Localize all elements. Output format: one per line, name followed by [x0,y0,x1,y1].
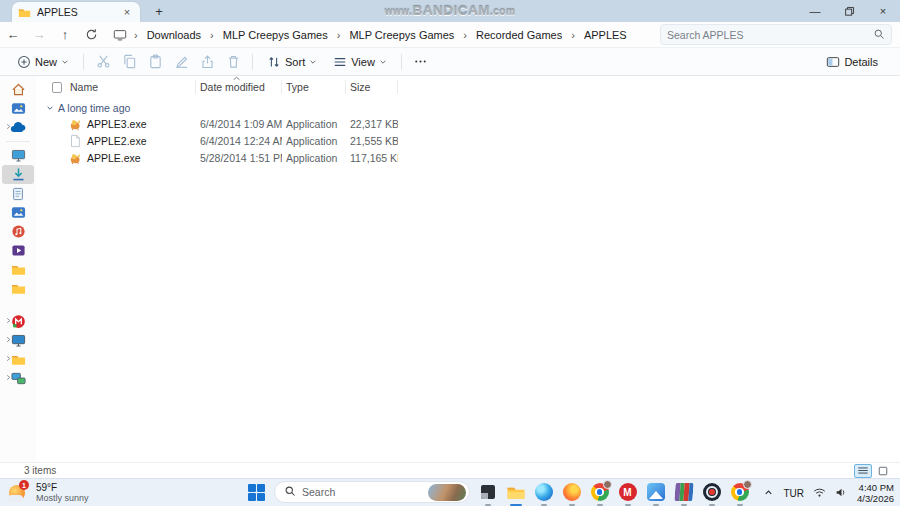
table-row[interactable]: APPLE3.exe 6/4/2014 1:09 AM Application … [44,115,900,132]
bandicam-watermark: www.BANDICAM.com [385,1,516,19]
chevron-down-icon [61,58,69,66]
sidebar-item-desktop[interactable] [2,146,34,165]
details-view-toggle[interactable] [854,464,872,478]
sidebar-item-folder-2[interactable] [2,279,34,298]
taskbar-search-label: Search [302,486,422,498]
file-explorer-icon[interactable] [505,482,526,503]
chevron-right-icon [5,123,12,130]
share-button[interactable] [195,50,219,74]
chevron-down-icon [379,58,387,66]
close-button[interactable]: × [866,0,900,22]
breadcrumb-separator: › [335,29,343,41]
search-highlight-image[interactable] [428,484,466,501]
address-bar: ← → ↑ › Downloads › MLP Creepys Games › … [0,22,900,48]
sidebar-item-gallery[interactable] [2,99,34,118]
breadcrumb-item-mlp-creepys-games-2[interactable]: MLP Creepys Games [344,27,459,43]
chevron-right-icon [5,355,12,362]
view-button[interactable]: View [326,52,394,72]
sort-ascending-icon [232,76,241,81]
more-options-button[interactable] [409,50,433,74]
sidebar-item-network[interactable] [2,369,34,388]
file-name: APPLE3.exe [87,118,147,130]
start-button[interactable] [246,482,267,503]
paste-button[interactable] [143,50,167,74]
sidebar-item-pictures[interactable] [2,203,34,222]
search-box[interactable] [660,24,892,45]
taskbar: 1 59°F Mostly sunny Search [0,478,900,506]
breadcrumb-item-mlp-creepys-games[interactable]: MLP Creepys Games [218,27,333,43]
restore-button[interactable] [832,0,866,22]
winrar-icon[interactable] [673,482,694,503]
breadcrumb-separator: › [461,29,469,41]
explorer-window: APPLES × + www.BANDICAM.com — × ← → ↑ › … [0,0,900,506]
tab-title: APPLES [37,6,115,18]
bandicam-icon[interactable] [701,482,722,503]
sidebar-item-libraries[interactable] [2,350,34,369]
system-tray: TUR 4:40 PM 4/3/2026 [763,479,894,506]
details-pane-button[interactable]: Details [826,55,890,69]
location-icon[interactable] [110,23,130,47]
wifi-icon[interactable] [813,484,826,502]
window-controls: — × [798,0,900,22]
column-header-date-modified[interactable]: Date modified [196,80,282,94]
large-icons-view-toggle[interactable] [874,464,892,478]
table-row[interactable]: APPLE.exe 5/28/2014 1:51 PM Application … [44,149,900,166]
sidebar-item-documents[interactable] [2,184,34,203]
explorer-tab[interactable]: APPLES × [12,2,140,22]
group-header[interactable]: A long time ago [44,100,900,115]
column-header-size[interactable]: Size [346,80,398,94]
refresh-button[interactable] [78,23,104,47]
taskbar-search[interactable]: Search [274,481,470,503]
firefox-icon[interactable] [561,482,582,503]
tab-close-icon[interactable]: × [120,6,134,18]
forward-button[interactable]: → [26,23,52,47]
cut-button[interactable] [91,50,115,74]
column-header-name[interactable]: Name [66,80,196,94]
file-size: 117,165 KB [346,152,398,164]
chevron-down-icon [46,104,54,112]
breadcrumb-item-recorded-games[interactable]: Recorded Games [471,27,567,43]
edge-icon[interactable] [533,482,554,503]
sidebar-item-folder-1[interactable] [2,260,34,279]
copy-button[interactable] [117,50,141,74]
file-size: 21,555 KB [346,135,398,147]
new-tab-button[interactable]: + [150,3,168,21]
table-row[interactable]: APPLE2.exe 6/4/2014 12:24 AM Application… [44,132,900,149]
weather-widget[interactable]: 1 59°F Mostly sunny [8,481,89,503]
chrome-profile-badge [603,480,612,489]
select-all-checkbox[interactable] [44,80,66,94]
up-button[interactable]: ↑ [52,23,78,47]
blank-file-icon [68,134,82,148]
volume-icon[interactable] [835,484,848,502]
search-input[interactable] [667,29,873,41]
sidebar-item-music[interactable] [2,222,34,241]
column-header-type[interactable]: Type [282,80,346,94]
dark-app-icon[interactable] [477,482,498,503]
chrome-icon[interactable] [589,482,610,503]
title-bar: APPLES × + www.BANDICAM.com — × [0,0,900,22]
mega-icon[interactable]: M [617,482,638,503]
sidebar-item-onedrive[interactable] [2,118,34,137]
tray-time: 4:40 PM [857,482,894,493]
sidebar-item-videos[interactable] [2,241,34,260]
new-button[interactable]: New [10,52,76,72]
sidebar-item-mega[interactable] [2,312,34,331]
back-button[interactable]: ← [0,23,26,47]
sidebar-item-home[interactable] [2,80,34,99]
language-indicator[interactable]: TUR [783,488,804,499]
breadcrumb-item-apples[interactable]: APPLES [579,27,632,43]
taskbar-clock[interactable]: 4:40 PM 4/3/2026 [857,482,894,504]
rename-button[interactable] [169,50,193,74]
chrome-2-icon[interactable] [729,482,750,503]
tray-chevron-icon[interactable] [763,484,774,502]
sidebar-item-downloads[interactable] [2,165,34,184]
chevron-right-icon [5,336,12,343]
sidebar-item-this-pc[interactable] [2,331,34,350]
sort-button[interactable]: Sort [260,52,324,72]
tray-date: 4/3/2026 [857,493,894,504]
view-toggles [854,464,892,478]
breadcrumb-item-downloads[interactable]: Downloads [142,27,206,43]
photos-icon[interactable] [645,482,666,503]
delete-button[interactable] [221,50,245,74]
minimize-button[interactable]: — [798,0,832,22]
